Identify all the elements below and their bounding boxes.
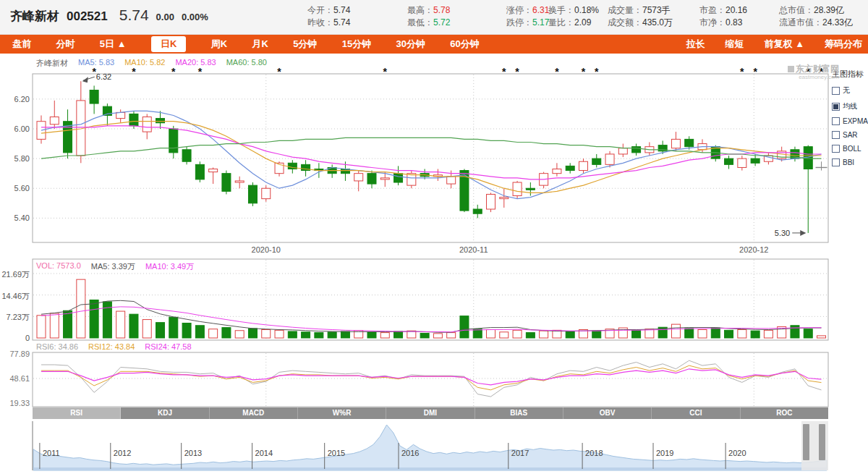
volume-label-row: VOL: 7573.0MA5: 3.39万MA10: 3.49万 xyxy=(36,261,194,272)
volume-bars[interactable] xyxy=(37,279,826,338)
brush-handle-right[interactable] xyxy=(819,424,825,460)
undefined: 6.20 xyxy=(0,95,30,103)
indicator-option-label: BBI xyxy=(843,158,854,166)
ma5-line xyxy=(41,111,822,198)
indicator-tab-CCI[interactable]: CCI xyxy=(652,407,740,419)
checkbox-checked[interactable] xyxy=(832,103,840,111)
rsi-label: RSI6: 34.86 xyxy=(36,342,78,351)
price-chart-svg[interactable]: ***************6.325.3020112012201320142… xyxy=(0,0,868,474)
rsi12-line xyxy=(41,365,822,390)
year-tick-label: 2018 xyxy=(585,449,603,457)
ma-label: MA20: 5.83 xyxy=(175,58,216,69)
timeline-navigator[interactable]: 2011201220132014201520162017201820192020 xyxy=(33,421,827,470)
rsi-label: RSI24: 47.58 xyxy=(145,342,191,351)
indicator-tab-BIAS[interactable]: BIAS xyxy=(475,407,563,419)
indicator-tab-MACD[interactable]: MACD xyxy=(210,407,298,419)
undefined: 77.89 xyxy=(0,350,30,358)
undefined: 5.80 xyxy=(0,154,30,163)
indicator-option-无[interactable]: 无 xyxy=(832,85,868,96)
eastmoney-watermark: 东方财富网 eastmoney.com xyxy=(764,65,839,81)
undefined: 5.60 xyxy=(0,184,30,192)
event-mark-icon: * xyxy=(277,66,281,77)
year-tick-label: 2020 xyxy=(728,449,746,457)
year-tick-label: 2014 xyxy=(255,449,273,457)
annotation-low: 5.30 xyxy=(775,229,790,237)
undefined: 0 xyxy=(0,334,30,342)
eastmoney-logo-icon xyxy=(788,66,794,72)
event-mark-icon: * xyxy=(582,66,586,77)
indicator-options: 无均线EXPMASARBOLLBBI xyxy=(832,85,868,166)
indicator-option-label: SAR xyxy=(843,131,858,139)
ma-label-row: 齐峰新材MA5: 5.83MA10: 5.82MA20: 5.83MA60: 5… xyxy=(36,58,267,69)
rsi-label: RSI12: 43.84 xyxy=(88,342,135,351)
gridlines xyxy=(33,75,827,406)
indicator-tab-OBV[interactable]: OBV xyxy=(563,407,652,419)
undefined: 2020-10 xyxy=(241,245,292,254)
year-tick-label: 2015 xyxy=(328,449,345,457)
indicator-option-EXPMA[interactable]: EXPMA xyxy=(832,117,868,125)
year-tick-label: 2012 xyxy=(114,449,131,457)
event-mark-icon: * xyxy=(515,66,519,77)
indicator-option-label: EXPMA xyxy=(843,117,868,125)
indicator-option-BBI[interactable]: BBI xyxy=(832,158,868,166)
year-tick-label: 2019 xyxy=(656,449,673,457)
stock-chart-page: 齐峰新材 002521 5.74 0.00 0.00% 今开：5.74昨收：5.… xyxy=(0,0,868,474)
indicator-option-label: 无 xyxy=(843,85,850,96)
undefined: 48.61 xyxy=(0,374,30,383)
event-mark-icon: * xyxy=(383,66,388,77)
indicator-tab-W%R[interactable]: W%R xyxy=(298,407,386,419)
indicator-option-BOLL[interactable]: BOLL xyxy=(832,145,868,153)
undefined: 6.00 xyxy=(0,124,30,133)
undefined: 5.40 xyxy=(0,213,30,222)
indicator-tab-strip: RSIKDJMACDW%RDMIBIASOBVCCIROC xyxy=(33,407,828,419)
undefined: 21.69万 xyxy=(0,269,30,280)
indicator-option-label: 均线 xyxy=(843,101,857,111)
ma-label: 齐峰新材 xyxy=(36,58,68,69)
year-tick-label: 2013 xyxy=(184,449,202,457)
ma10-line xyxy=(41,122,822,193)
undefined: 2020-12 xyxy=(728,245,779,254)
year-tick-label: 2017 xyxy=(511,449,529,457)
watermark-domain: eastmoney.com xyxy=(764,73,839,81)
undefined: 14.46万 xyxy=(0,291,30,302)
brush-handle-left[interactable] xyxy=(803,424,809,460)
indicator-tab-DMI[interactable]: DMI xyxy=(386,407,475,419)
volume-label: VOL: 7573.0 xyxy=(36,261,81,272)
checkbox-unchecked[interactable] xyxy=(832,145,840,153)
undefined: 2020-11 xyxy=(448,245,499,254)
watermark-brand: 东方财富网 xyxy=(764,65,839,73)
pane-frames xyxy=(33,74,828,407)
year-tick-label: 2016 xyxy=(401,449,419,457)
rsi-label-row: RSI6: 34.86RSI12: 43.84RSI24: 47.58 xyxy=(36,342,192,351)
indicator-option-SAR[interactable]: SAR xyxy=(832,131,868,139)
annotation-high: 6.32 xyxy=(96,72,111,81)
event-mark-icon: * xyxy=(753,66,757,77)
timeline-brush[interactable] xyxy=(801,421,828,470)
indicator-tab-RSI[interactable]: RSI xyxy=(33,407,121,419)
checkbox-unchecked[interactable] xyxy=(832,158,840,166)
main-indicator-panel: 主图指标 无均线EXPMASARBOLLBBI xyxy=(832,69,868,172)
indicator-option-均线[interactable]: 均线 xyxy=(832,101,868,111)
event-mark-icon: * xyxy=(595,66,599,77)
checkbox-unchecked[interactable] xyxy=(832,117,840,125)
event-mark-icon: * xyxy=(555,66,559,77)
ma-label: MA10: 5.82 xyxy=(124,58,165,69)
volume-label: MA5: 3.39万 xyxy=(91,261,135,272)
undefined: 19.33 xyxy=(0,399,30,407)
event-mark-icon: * xyxy=(502,66,506,77)
checkbox-unchecked[interactable] xyxy=(832,87,840,95)
event-mark-icon: * xyxy=(740,66,744,77)
indicator-option-label: BOLL xyxy=(843,145,861,153)
undefined: 7.23万 xyxy=(0,312,30,323)
ma-label: MA60: 5.80 xyxy=(226,58,267,69)
indicator-tab-KDJ[interactable]: KDJ xyxy=(121,407,209,419)
ma-label: MA5: 5.83 xyxy=(78,58,114,69)
checkbox-unchecked[interactable] xyxy=(832,131,840,139)
volume-label: MA10: 3.49万 xyxy=(145,261,194,272)
indicator-tab-ROC[interactable]: ROC xyxy=(741,407,828,419)
year-tick-label: 2011 xyxy=(43,449,60,457)
